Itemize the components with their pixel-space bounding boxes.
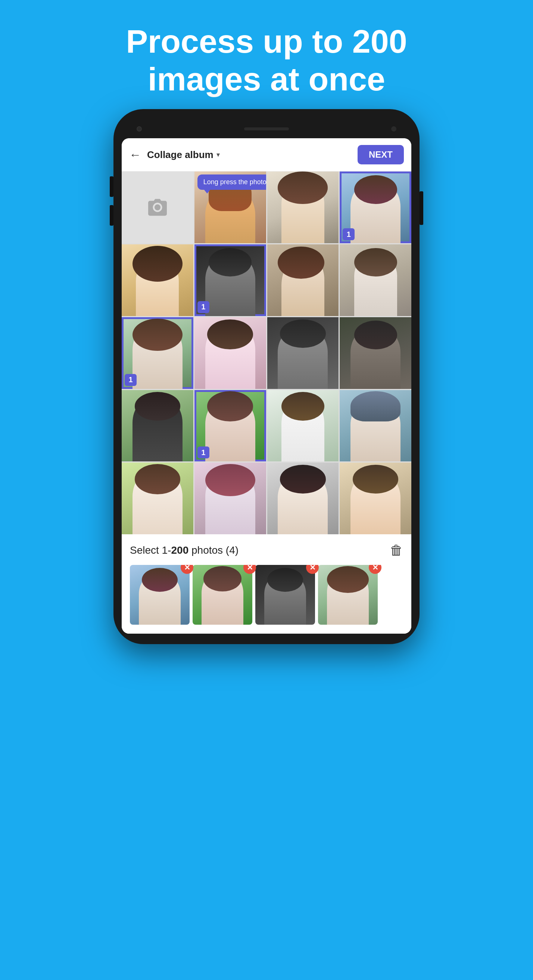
volume-up-button[interactable]: [110, 177, 113, 197]
photo-cell-1[interactable]: Long press the photo to preview: [195, 172, 266, 243]
camera-placeholder-cell[interactable]: [122, 172, 194, 243]
front-sensor: [391, 126, 397, 132]
album-name-label: Collage album: [147, 149, 214, 161]
preview-tooltip: Long press the photo to preview: [197, 175, 266, 190]
selected-photos-row: ✕ ✕: [130, 565, 403, 628]
album-selector[interactable]: Collage album ▾: [147, 149, 220, 161]
photo-cell-8[interactable]: 1: [122, 317, 194, 389]
photo-cell-5[interactable]: 1: [195, 244, 266, 316]
photo-cell-6[interactable]: [267, 244, 339, 316]
photo-cell-7[interactable]: [339, 244, 411, 316]
selection-badge-13: 1: [197, 447, 209, 458]
select-info-text: Select 1-200 photos (4): [130, 544, 238, 556]
photo-cell-19[interactable]: [339, 463, 411, 534]
phone-screen: ← Collage album ▾ NEXT: [122, 138, 411, 634]
select-prefix: Select 1-: [130, 544, 171, 556]
camera-icon: [146, 196, 169, 219]
header-section: Process up to 200 images at once: [96, 0, 437, 109]
selected-thumb-4[interactable]: ✕: [318, 565, 378, 625]
photo-cell-11[interactable]: [339, 317, 411, 389]
back-button[interactable]: ←: [129, 148, 141, 162]
selection-badge-8: 1: [125, 374, 136, 386]
photo-grid: Long press the photo to preview: [122, 172, 411, 534]
photo-cell-4[interactable]: [122, 244, 194, 316]
selected-thumb-2[interactable]: ✕: [193, 565, 252, 625]
selection-badge-5: 1: [197, 301, 209, 313]
selected-thumb-3[interactable]: ✕: [255, 565, 315, 625]
photo-cell-12[interactable]: [122, 390, 194, 462]
bottom-section: Select 1-200 photos (4) 🗑 ✕: [122, 534, 411, 634]
photo-cell-13[interactable]: 1: [195, 390, 266, 462]
photo-cell-3[interactable]: 1: [339, 172, 411, 243]
phone-speaker: [244, 127, 289, 130]
photo-cell-10[interactable]: [267, 317, 339, 389]
photo-cell-9[interactable]: [195, 317, 266, 389]
volume-down-button[interactable]: [110, 205, 113, 226]
photo-cell-14[interactable]: [267, 390, 339, 462]
photo-cell-16[interactable]: [122, 463, 194, 534]
phone-top-bar: [122, 119, 411, 138]
photo-cell-2[interactable]: [267, 172, 339, 243]
max-count: 200: [171, 544, 189, 556]
selected-thumb-1[interactable]: ✕: [130, 565, 190, 625]
phone-frame: ← Collage album ▾ NEXT: [113, 109, 420, 644]
photo-cell-17[interactable]: [195, 463, 266, 534]
app-header: ← Collage album ▾ NEXT: [122, 138, 411, 172]
select-suffix: photos (4): [189, 544, 238, 556]
select-info-row: Select 1-200 photos (4) 🗑: [130, 542, 403, 558]
front-camera: [136, 126, 142, 132]
photo-cell-15[interactable]: [339, 390, 411, 462]
delete-button[interactable]: 🗑: [390, 542, 403, 558]
dropdown-arrow-icon: ▾: [216, 151, 220, 159]
selection-badge-3: 1: [343, 228, 355, 240]
next-button[interactable]: NEXT: [358, 145, 404, 164]
power-button[interactable]: [420, 191, 423, 225]
phone-wrapper: ← Collage album ▾ NEXT: [113, 109, 420, 644]
header-title: Process up to 200 images at once: [126, 22, 407, 98]
photo-cell-18[interactable]: [267, 463, 339, 534]
